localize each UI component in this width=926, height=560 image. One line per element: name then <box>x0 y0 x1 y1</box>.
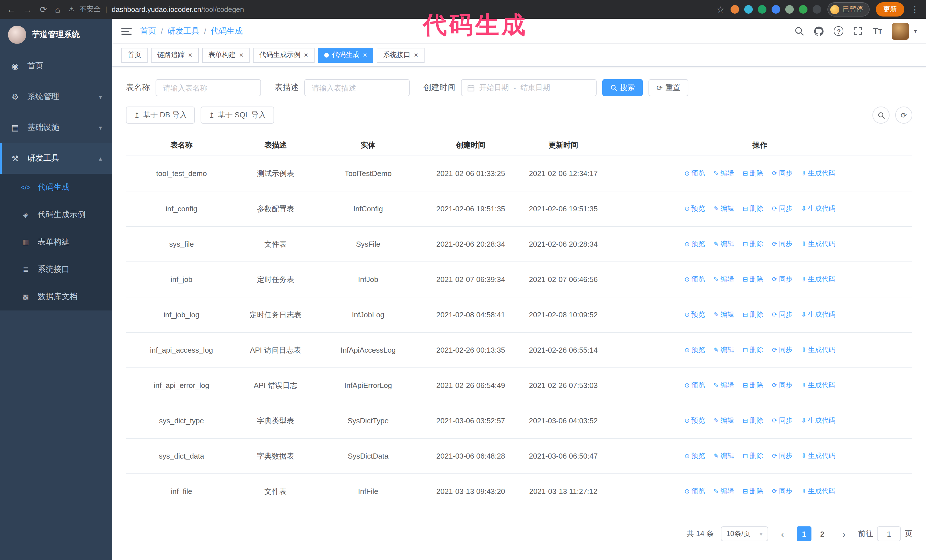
sidebar-subitem-system-api[interactable]: ≣系统接口 <box>0 256 112 283</box>
action-delete[interactable]: ⊟删除 <box>743 239 763 249</box>
browser-home-icon[interactable]: ⌂ <box>55 5 60 14</box>
action-sync[interactable]: ⟳同步 <box>772 169 792 178</box>
search-icon[interactable] <box>794 26 804 36</box>
action-edit[interactable]: ✎编辑 <box>713 239 734 249</box>
sidebar-subitem-codegen[interactable]: </>代码生成 <box>0 174 112 201</box>
sidebar-item-system[interactable]: ⚙系统管理▾ <box>0 82 112 112</box>
back-icon[interactable]: ← <box>7 5 15 14</box>
action-edit[interactable]: ✎编辑 <box>713 416 734 426</box>
extension-icon-3[interactable] <box>758 5 766 14</box>
action-delete[interactable]: ⊟删除 <box>743 310 763 320</box>
font-size-icon[interactable]: TT <box>873 26 882 36</box>
user-avatar[interactable] <box>892 23 909 39</box>
fullscreen-icon[interactable] <box>853 26 863 36</box>
action-preview[interactable]: ⊙预览 <box>684 204 705 214</box>
action-generate[interactable]: ⇩生成代码 <box>801 204 835 214</box>
action-generate[interactable]: ⇩生成代码 <box>801 345 835 355</box>
sidebar-item-devtools[interactable]: ⚒研发工具▴ <box>0 143 112 174</box>
refresh-table-button[interactable]: ⟳ <box>895 107 912 124</box>
action-generate[interactable]: ⇩生成代码 <box>801 239 835 249</box>
import-sql-button[interactable]: ↥ 基于 SQL 导入 <box>201 107 274 124</box>
action-sync[interactable]: ⟳同步 <box>772 204 792 214</box>
action-generate[interactable]: ⇩生成代码 <box>801 451 835 461</box>
action-preview[interactable]: ⊙预览 <box>684 486 705 496</box>
tab-close-icon[interactable]: × <box>414 51 418 59</box>
action-preview[interactable]: ⊙预览 <box>684 239 705 249</box>
tab-close-icon[interactable]: × <box>239 51 243 59</box>
page-size-select[interactable]: 10条/页 ▾ <box>720 527 768 541</box>
extension-icon-4[interactable] <box>772 5 780 14</box>
next-page-button[interactable]: › <box>837 527 851 541</box>
action-delete[interactable]: ⊟删除 <box>743 204 763 214</box>
sidebar-subitem-form-builder[interactable]: ▦表单构建 <box>0 228 112 256</box>
breadcrumb-item[interactable]: 首页 <box>140 26 156 36</box>
extension-icon-5[interactable] <box>785 5 794 14</box>
tab-close-icon[interactable]: × <box>304 51 308 59</box>
extension-icon-1[interactable] <box>731 5 739 14</box>
action-preview[interactable]: ⊙预览 <box>684 275 705 284</box>
action-preview[interactable]: ⊙预览 <box>684 345 705 355</box>
search-button[interactable]: 搜索 <box>602 79 643 96</box>
action-edit[interactable]: ✎编辑 <box>713 169 734 178</box>
table-desc-input[interactable] <box>304 79 410 96</box>
action-sync[interactable]: ⟳同步 <box>772 275 792 284</box>
action-edit[interactable]: ✎编辑 <box>713 275 734 284</box>
action-preview[interactable]: ⊙预览 <box>684 169 705 178</box>
sidebar-item-home[interactable]: ◉首页 <box>0 51 112 82</box>
tab-codegen-example[interactable]: 代码生成示例× <box>253 48 314 62</box>
toggle-search-button[interactable] <box>872 107 890 124</box>
reload-icon[interactable]: ⟳ <box>40 5 47 14</box>
action-edit[interactable]: ✎编辑 <box>713 345 734 355</box>
action-generate[interactable]: ⇩生成代码 <box>801 486 835 496</box>
action-sync[interactable]: ⟳同步 <box>772 451 792 461</box>
tab-close-icon[interactable]: × <box>363 51 367 59</box>
action-delete[interactable]: ⊟删除 <box>743 169 763 178</box>
reset-button[interactable]: ⟳ 重置 <box>649 79 688 96</box>
action-preview[interactable]: ⊙预览 <box>684 416 705 426</box>
address-bar[interactable]: ⚠ 不安全 | dashboard.yudao.iocoder.cn/tool/… <box>68 5 709 14</box>
action-preview[interactable]: ⊙预览 <box>684 310 705 320</box>
action-sync[interactable]: ⟳同步 <box>772 345 792 355</box>
import-db-button[interactable]: ↥ 基于 DB 导入 <box>126 107 195 124</box>
extension-icon-6[interactable] <box>799 5 808 14</box>
help-icon[interactable]: ? <box>834 26 844 36</box>
action-sync[interactable]: ⟳同步 <box>772 486 792 496</box>
action-edit[interactable]: ✎编辑 <box>713 380 734 390</box>
sidebar-subitem-db-doc[interactable]: ▩数据库文档 <box>0 283 112 311</box>
page-button-2[interactable]: 2 <box>815 527 830 541</box>
tab-form-builder[interactable]: 表单构建× <box>202 48 250 62</box>
action-edit[interactable]: ✎编辑 <box>713 451 734 461</box>
user-menu-caret-icon[interactable]: ▾ <box>914 28 917 34</box>
action-delete[interactable]: ⊟删除 <box>743 416 763 426</box>
action-preview[interactable]: ⊙预览 <box>684 380 705 390</box>
goto-page-input[interactable] <box>877 527 901 541</box>
extension-icon-2[interactable] <box>744 5 753 14</box>
action-sync[interactable]: ⟳同步 <box>772 416 792 426</box>
action-generate[interactable]: ⇩生成代码 <box>801 380 835 390</box>
tab-codegen[interactable]: 代码生成× <box>318 48 374 62</box>
tab-close-icon[interactable]: × <box>188 51 192 59</box>
bookmark-star-icon[interactable]: ☆ <box>717 5 724 14</box>
breadcrumb-item[interactable]: 研发工具 <box>168 26 200 36</box>
action-sync[interactable]: ⟳同步 <box>772 380 792 390</box>
sidebar-subitem-codegen-example[interactable]: ◈代码生成示例 <box>0 201 112 228</box>
action-delete[interactable]: ⊟删除 <box>743 380 763 390</box>
kebab-menu-icon[interactable]: ⋮ <box>911 5 919 14</box>
action-edit[interactable]: ✎编辑 <box>713 310 734 320</box>
hamburger-icon[interactable] <box>121 27 132 35</box>
action-generate[interactable]: ⇩生成代码 <box>801 169 835 178</box>
date-range-picker[interactable]: 开始日期 - 结束日期 <box>461 79 597 96</box>
table-name-input[interactable] <box>156 79 261 96</box>
tab-system-api[interactable]: 系统接口× <box>377 48 425 62</box>
action-preview[interactable]: ⊙预览 <box>684 451 705 461</box>
action-generate[interactable]: ⇩生成代码 <box>801 416 835 426</box>
action-delete[interactable]: ⊟删除 <box>743 451 763 461</box>
action-generate[interactable]: ⇩生成代码 <box>801 275 835 284</box>
github-icon[interactable] <box>814 26 824 36</box>
page-button-1[interactable]: 1 <box>797 527 811 541</box>
action-delete[interactable]: ⊟删除 <box>743 275 763 284</box>
sidebar-item-infra[interactable]: ▤基础设施▾ <box>0 112 112 143</box>
browser-update-button[interactable]: 更新 <box>876 2 904 17</box>
action-edit[interactable]: ✎编辑 <box>713 204 734 214</box>
action-delete[interactable]: ⊟删除 <box>743 486 763 496</box>
